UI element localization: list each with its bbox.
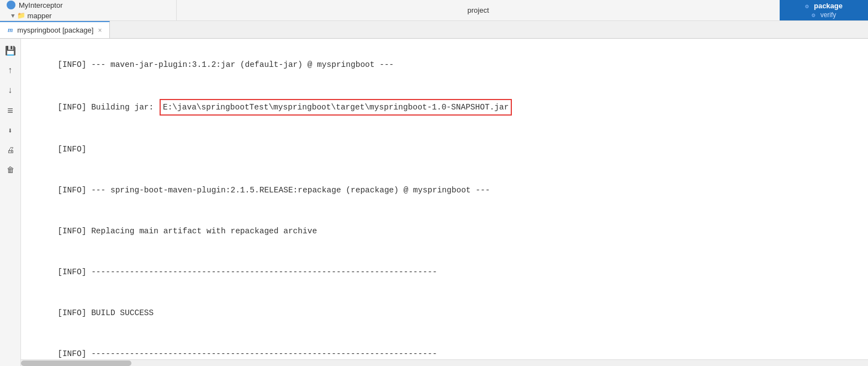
delete-button[interactable]: 🗑 — [3, 163, 18, 178]
project-label: project — [467, 6, 489, 14]
scroll-up-button[interactable]: ↑ — [3, 63, 18, 79]
console-output[interactable]: [INFO] --- maven-jar-plugin:3.1.2:jar (d… — [21, 39, 868, 366]
print-button[interactable]: 🖨 — [3, 143, 18, 158]
console-text-1: [INFO] --- maven-jar-plugin:3.1.2:jar (d… — [57, 60, 394, 69]
console-text-2a: [INFO] Building jar: — [57, 103, 158, 112]
interceptor-label: MyInterceptor — [19, 1, 62, 9]
console-line-1: [INFO] --- maven-jar-plugin:3.1.2:jar (d… — [29, 44, 860, 85]
folder-icon: 📁 — [17, 12, 25, 20]
verify-label[interactable]: verify — [821, 11, 837, 19]
console-text-4: [INFO] --- spring-boot-maven-plugin:2.1.… — [57, 186, 490, 195]
list-button[interactable]: ≡ — [3, 103, 18, 118]
arrow-down-icon: ↓ — [8, 86, 13, 96]
console-line-3: [INFO] — [29, 129, 860, 170]
tab-close-button[interactable]: × — [98, 27, 102, 34]
highlighted-jar-path: E:\java\springbootTest\myspringboot\targ… — [160, 99, 512, 116]
mapper-label: mapper — [28, 12, 52, 20]
top-bar-right[interactable]: ⚙ package ⚙ verify — [780, 0, 868, 20]
horizontal-scrollbar[interactable] — [21, 359, 868, 366]
tab-m-icon: m — [8, 26, 13, 34]
print-icon: 🖨 — [7, 146, 14, 155]
save-button[interactable]: 💾 — [3, 43, 18, 59]
tab-bar: m myspringboot [package] × — [0, 21, 868, 39]
mapper-row: ▼ 📁 mapper — [7, 12, 62, 20]
save-icon: 💾 — [5, 45, 16, 56]
console-line-4: [INFO] --- spring-boot-maven-plugin:2.1.… — [29, 170, 860, 211]
console-line-6: [INFO] ---------------------------------… — [29, 252, 860, 293]
console-line-5: [INFO] Replacing main artifact with repa… — [29, 211, 860, 252]
console-line-7: [INFO] BUILD SUCCESS — [29, 293, 860, 334]
console-text-3: [INFO] — [57, 145, 86, 154]
gear-package-icon: ⚙ — [805, 3, 812, 9]
gear-verify-icon: ⚙ — [812, 12, 818, 18]
console-text-5: [INFO] Replacing main artifact with repa… — [57, 227, 317, 236]
console-line-2: [INFO] Building jar: E:\java\springbootT… — [29, 85, 860, 129]
trash-icon: 🗑 — [7, 166, 14, 175]
top-bar-left: MyInterceptor ▼ 📁 mapper — [0, 0, 177, 20]
main-tab[interactable]: m myspringboot [package] × — [0, 21, 110, 38]
package-label[interactable]: package — [814, 2, 843, 10]
console-text-6: [INFO] ---------------------------------… — [57, 268, 437, 276]
tab-label: myspringboot [package] — [17, 26, 93, 34]
scrollbar-thumb[interactable] — [21, 360, 131, 366]
arrow-up-icon: ↑ — [8, 66, 13, 76]
download-icon: ⬇ — [8, 126, 12, 135]
list-icon: ≡ — [7, 105, 13, 117]
sidebar: 💾 ↑ ↓ ≡ ⬇ 🖨 🗑 — [0, 39, 21, 366]
console-text-7: [INFO] BUILD SUCCESS — [57, 309, 154, 317]
interceptor-icon — [7, 1, 15, 9]
download-button[interactable]: ⬇ — [3, 123, 18, 138]
main-area: 💾 ↑ ↓ ≡ ⬇ 🖨 🗑 [INFO] --- maven-jar-plugi… — [0, 39, 868, 366]
top-bar: MyInterceptor ▼ 📁 mapper project ⚙ packa… — [0, 0, 868, 21]
top-bar-center: project — [177, 0, 780, 20]
scroll-down-button[interactable]: ↓ — [3, 83, 18, 98]
console-text-8: [INFO] ---------------------------------… — [57, 349, 437, 358]
